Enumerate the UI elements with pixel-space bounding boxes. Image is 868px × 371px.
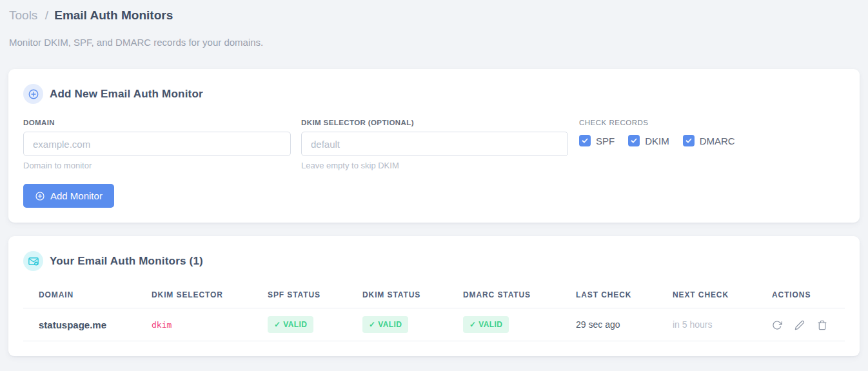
add-monitor-button-label: Add Monitor — [50, 190, 103, 201]
monitor-domain: statuspage.me — [23, 308, 152, 341]
domain-label: DOMAIN — [23, 119, 291, 126]
dkim-selector-label: DKIM SELECTOR (OPTIONAL) — [301, 119, 568, 126]
dkim-selector-field-group: DKIM SELECTOR (OPTIONAL) Leave empty to … — [301, 119, 568, 170]
spf-checkbox[interactable]: SPF — [579, 135, 615, 146]
dmarc-checkbox-check-icon — [683, 135, 695, 146]
monitors-list-card: Your Email Auth Monitors (1) DOMAIN DKIM… — [8, 236, 860, 356]
breadcrumb: Tools / Email Auth Monitors — [9, 8, 860, 23]
check-records-options: SPF DKIM DMARC — [579, 135, 749, 146]
dmarc-checkbox-label: DMARC — [700, 135, 735, 146]
domain-field-group: DOMAIN Domain to monitor — [23, 119, 291, 170]
edit-button[interactable] — [794, 320, 805, 330]
add-monitor-card-title: Add New Email Auth Monitor — [50, 88, 203, 101]
monitors-table: DOMAIN DKIM SELECTOR SPF STATUS DKIM STA… — [23, 285, 845, 341]
column-header-dmarc-status: DMARC STATUS — [463, 285, 576, 308]
spf-status-badge: ✓ VALID — [268, 316, 313, 333]
dkim-selector-helper-text: Leave empty to skip DKIM — [301, 161, 568, 170]
column-header-dkim-selector: DKIM SELECTOR — [152, 285, 268, 308]
column-header-next-check: NEXT CHECK — [673, 285, 772, 308]
page-subtitle: Monitor DKIM, SPF, and DMARC records for… — [9, 37, 860, 48]
monitor-actions — [772, 308, 845, 341]
plus-circle-icon — [23, 84, 43, 104]
dkim-selector-input[interactable] — [301, 132, 568, 156]
breadcrumb-tools-link[interactable]: Tools — [9, 8, 37, 22]
add-monitor-button[interactable]: Add Monitor — [23, 184, 114, 208]
spf-checkbox-label: SPF — [596, 135, 615, 146]
page-title: Email Auth Monitors — [54, 8, 173, 22]
monitors-card-header: Your Email Auth Monitors (1) — [23, 251, 845, 271]
column-header-dkim-status: DKIM STATUS — [362, 285, 463, 308]
add-monitor-card-header: Add New Email Auth Monitor — [23, 84, 845, 104]
monitor-next-check: in 5 hours — [673, 308, 772, 341]
column-header-spf-status: SPF STATUS — [268, 285, 362, 308]
domain-helper-text: Domain to monitor — [23, 161, 291, 170]
monitor-dkim-selector: dkim — [152, 308, 268, 341]
mail-check-icon — [23, 251, 43, 271]
refresh-button[interactable] — [772, 320, 782, 330]
table-header-row: DOMAIN DKIM SELECTOR SPF STATUS DKIM STA… — [23, 285, 845, 308]
add-monitor-card: Add New Email Auth Monitor DOMAIN Domain… — [8, 69, 860, 223]
check-records-label: CHECK RECORDS — [579, 119, 749, 126]
monitors-card-title: Your Email Auth Monitors (1) — [50, 255, 203, 268]
dkim-checkbox-label: DKIM — [645, 135, 669, 146]
plus-circle-icon — [35, 191, 45, 201]
dkim-status-badge: ✓ VALID — [362, 316, 408, 333]
refresh-icon — [772, 320, 782, 330]
spf-checkbox-check-icon — [579, 135, 591, 146]
dmarc-checkbox[interactable]: DMARC — [683, 135, 735, 146]
trash-icon — [817, 320, 827, 330]
domain-input[interactable] — [23, 132, 291, 156]
monitor-last-check: 29 sec ago — [576, 308, 673, 341]
dmarc-status-badge: ✓ VALID — [463, 316, 509, 333]
table-row: statuspage.me dkim ✓ VALID ✓ VALID ✓ VAL… — [23, 308, 845, 341]
check-records-group: CHECK RECORDS SPF DKIM — [579, 119, 749, 146]
email-auth-monitors-page: Tools / Email Auth Monitors Monitor DKIM… — [0, 0, 868, 356]
column-header-last-check: LAST CHECK — [576, 285, 673, 308]
add-monitor-form: DOMAIN Domain to monitor DKIM SELECTOR (… — [23, 119, 845, 170]
dkim-checkbox[interactable]: DKIM — [628, 135, 669, 146]
edit-pencil-icon — [794, 320, 805, 330]
column-header-actions: ACTIONS — [772, 285, 845, 308]
breadcrumb-separator: / — [45, 8, 48, 22]
dkim-checkbox-check-icon — [628, 135, 640, 146]
delete-button[interactable] — [817, 320, 827, 330]
column-header-domain: DOMAIN — [23, 285, 152, 308]
